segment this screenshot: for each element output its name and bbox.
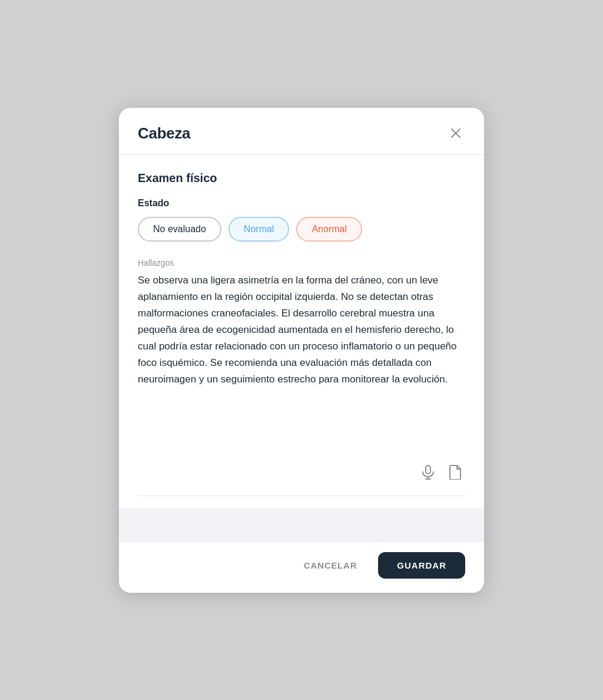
modal-body: Examen físico Estado No evaluado Normal …: [119, 155, 484, 508]
modal-container: Cabeza Examen físico Estado No evaluado …: [119, 108, 484, 593]
status-anormal-button[interactable]: Anormal: [296, 217, 362, 242]
modal-footer: CANCELAR GUARDAR: [119, 541, 484, 593]
microphone-button[interactable]: [418, 462, 438, 482]
cancel-button[interactable]: CANCELAR: [294, 554, 367, 576]
svg-rect-2: [426, 465, 430, 474]
section-title: Examen físico: [138, 171, 465, 185]
modal-title: Cabeza: [138, 124, 190, 143]
empty-space: [119, 508, 484, 541]
file-button[interactable]: [445, 462, 465, 482]
findings-action-icons: [418, 462, 465, 482]
close-button[interactable]: [446, 125, 465, 141]
file-icon: [448, 464, 463, 480]
modal-header: Cabeza: [119, 108, 484, 155]
status-normal-button[interactable]: Normal: [228, 217, 290, 242]
findings-label: Hallazgos: [138, 258, 465, 268]
estado-label: Estado: [138, 198, 465, 209]
save-button[interactable]: GUARDAR: [378, 552, 465, 579]
status-no-evaluado-button[interactable]: No evaluado: [138, 217, 221, 242]
findings-wrapper: Se observa una ligera asimetría en la fo…: [138, 272, 465, 496]
microphone-icon: [420, 464, 436, 480]
findings-text[interactable]: Se observa una ligera asimetría en la fo…: [138, 272, 465, 496]
status-button-group: No evaluado Normal Anormal: [138, 217, 465, 242]
